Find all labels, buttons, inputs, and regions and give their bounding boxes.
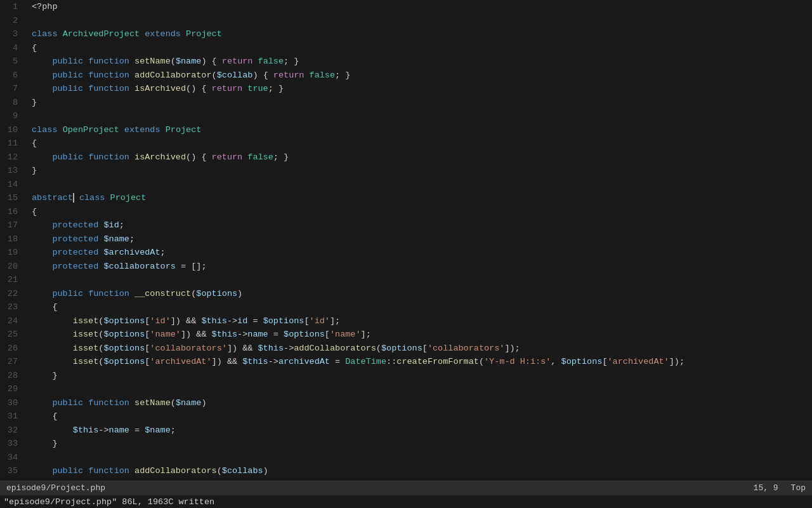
code-line-6: public function addCollaborator($collab)… xyxy=(32,69,812,83)
code-line-1: <?php xyxy=(32,0,812,14)
code-line-19: protected $archivedAt; xyxy=(32,246,812,260)
code-line-9 xyxy=(32,109,812,123)
code-line-35: public function addCollaborators($collab… xyxy=(32,464,812,478)
code-line-31: { xyxy=(32,410,812,424)
code-line-28: } xyxy=(32,369,812,383)
code-line-10: class OpenProject extends Project xyxy=(32,123,812,137)
code-line-26: isset($options['collaborators']) && $thi… xyxy=(32,342,812,356)
code-line-3: class ArchivedProject extends Project xyxy=(32,27,812,41)
code-line-2 xyxy=(32,14,812,28)
code-line-18: protected $name; xyxy=(32,232,812,246)
code-content[interactable]: <?php class ArchivedProject extends Proj… xyxy=(24,0,812,481)
code-line-27: isset($options['archivedAt']) && $this->… xyxy=(32,355,812,369)
code-line-11: { xyxy=(32,137,812,150)
cursor-position: 15, 9 xyxy=(754,483,778,493)
code-line-16: { xyxy=(32,205,812,219)
code-line-7: public function isArchived() { return tr… xyxy=(32,82,812,96)
status-filename: episode9/Project.php xyxy=(6,483,754,493)
code-line-13: } xyxy=(32,164,812,178)
code-line-34 xyxy=(32,451,812,465)
code-line-21 xyxy=(32,273,812,287)
line-numbers: 1 2 3 4 5 6 7 8 9 10 11 12 13 14 15 16 1… xyxy=(0,0,24,481)
code-line-22: public function __construct($options) xyxy=(32,287,812,301)
code-line-4: { xyxy=(32,41,812,55)
code-line-33: } xyxy=(32,437,812,451)
code-line-24: isset($options['id']) && $this->id = $op… xyxy=(32,314,812,328)
code-line-14 xyxy=(32,178,812,192)
status-right: 15, 9 Top xyxy=(754,483,806,493)
code-line-5: public function setName($name) { return … xyxy=(32,55,812,69)
status-bar: episode9/Project.php 15, 9 Top xyxy=(0,481,812,495)
code-line-30: public function setName($name) xyxy=(32,396,812,410)
code-line-32: $this->name = $name; xyxy=(32,424,812,438)
code-line-25: isset($options['name']) && $this->name =… xyxy=(32,328,812,342)
scroll-position: Top xyxy=(791,483,806,493)
code-line-15: abstract class Project xyxy=(32,191,812,205)
code-line-17: protected $id; xyxy=(32,218,812,232)
code-line-23: { xyxy=(32,300,812,314)
code-line-12: public function isArchived() { return fa… xyxy=(32,150,812,164)
code-line-29 xyxy=(32,382,812,396)
code-line-8: } xyxy=(32,96,812,110)
bottom-message: "episode9/Project.php" 86L, 1963C writte… xyxy=(0,495,812,508)
code-line-20: protected $collaborators = []; xyxy=(32,260,812,274)
code-editor[interactable]: 1 2 3 4 5 6 7 8 9 10 11 12 13 14 15 16 1… xyxy=(0,0,812,481)
